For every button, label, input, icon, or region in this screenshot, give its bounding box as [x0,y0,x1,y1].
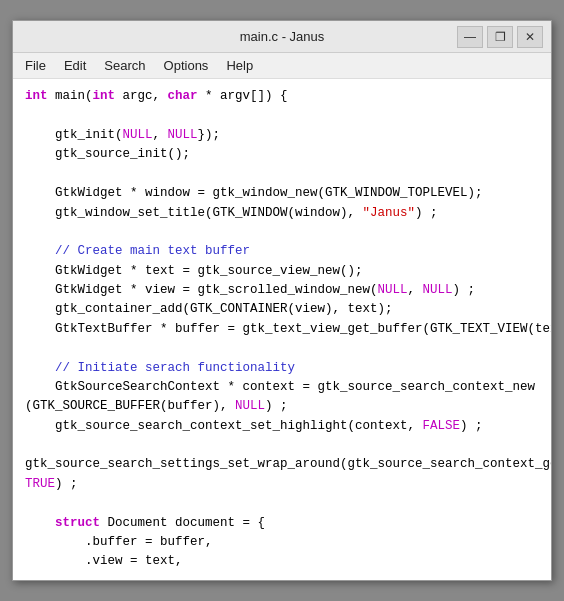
window-title: main.c - Janus [240,29,325,44]
code-null-val: NULL [235,399,265,413]
code-null-val: NULL [378,283,408,297]
code-line: struct Document document = { [25,514,539,533]
code-line: gtk_window_set_title(GTK_WINDOW(window),… [25,204,539,223]
code-line: gtk_source_search_context_set_highlight(… [25,417,539,436]
code-line: gtk_source_search_settings_set_wrap_arou… [25,455,539,474]
code-line: GtkWidget * text = gtk_source_view_new()… [25,262,539,281]
code-line [25,339,539,358]
code-text: ) ; [265,399,288,413]
code-line: (GTK_SOURCE_BUFFER(buffer), NULL) ; [25,397,539,416]
code-line: gtk_source_init(); [25,145,539,164]
menubar: FileEditSearchOptionsHelp [13,53,551,79]
code-text: Document document = { [100,516,265,530]
code-line: TRUE) ; [25,475,539,494]
code-text: GtkTextBuffer * buffer = gtk_text_view_g… [25,322,551,336]
code-text: ) ; [55,477,78,491]
code-text: .view = text, [25,554,183,568]
code-text: gtk_source_init(); [25,147,190,161]
code-null-val: NULL [168,128,198,142]
code-text: GtkWidget * window = gtk_window_new(GTK_… [25,186,483,200]
code-comment: // Create main text buffer [25,244,250,258]
titlebar: main.c - Janus — ❐ ✕ [13,21,551,53]
code-comment: // Initiate serach functionality [25,361,295,375]
code-line: int main(int argc, char * argv[]) { [25,87,539,106]
code-text: .buffer = buffer, [25,535,213,549]
code-line: .view = text, [25,552,539,571]
code-text: gtk_init( [25,128,123,142]
code-line [25,223,539,242]
code-kw: struct [55,516,100,530]
code-text: gtk_source_search_settings_set_wrap_arou… [25,457,551,471]
code-line: gtk_container_add(GTK_CONTAINER(view), t… [25,300,539,319]
code-text: , [153,128,168,142]
main-window: main.c - Janus — ❐ ✕ FileEditSearchOptio… [12,20,552,580]
code-text [25,516,55,530]
code-text: ) ; [453,283,476,297]
code-text: GtkWidget * text = gtk_source_view_new()… [25,264,363,278]
code-string-val: "Janus" [363,206,416,220]
code-kw: int [25,89,48,103]
code-text: ) ; [415,206,438,220]
code-line: GtkTextBuffer * buffer = gtk_text_view_g… [25,320,539,339]
code-text: gtk_container_add(GTK_CONTAINER(view), t… [25,302,393,316]
code-text: main( [48,89,93,103]
code-line [25,165,539,184]
code-line: .buffer = buffer, [25,533,539,552]
menu-item-help[interactable]: Help [218,55,261,76]
code-line: gtk_init(NULL, NULL}); [25,126,539,145]
code-null-val: NULL [423,283,453,297]
code-text: (GTK_SOURCE_BUFFER(buffer), [25,399,235,413]
code-text: ) ; [460,419,483,433]
menu-item-options[interactable]: Options [156,55,217,76]
code-true-val: TRUE [25,477,55,491]
maximize-button[interactable]: ❐ [487,26,513,48]
code-text: , [408,283,423,297]
code-line [25,494,539,513]
code-text: }); [198,128,221,142]
code-line [25,436,539,455]
code-kw: char [168,89,198,103]
code-text: gtk_source_search_context_set_highlight(… [25,419,423,433]
code-line: GtkWidget * view = gtk_scrolled_window_n… [25,281,539,300]
menu-item-search[interactable]: Search [96,55,153,76]
code-text: GtkSourceSearchContext * context = gtk_s… [25,380,535,394]
code-text: gtk_window_set_title(GTK_WINDOW(window), [25,206,363,220]
code-null-val: NULL [123,128,153,142]
code-editor[interactable]: int main(int argc, char * argv[]) { gtk_… [13,79,551,579]
code-text: GtkWidget * view = gtk_scrolled_window_n… [25,283,378,297]
close-button[interactable]: ✕ [517,26,543,48]
minimize-button[interactable]: — [457,26,483,48]
code-line: // Initiate serach functionality [25,359,539,378]
code-line: // Create main text buffer [25,242,539,261]
window-controls: — ❐ ✕ [457,26,543,48]
code-line: GtkWidget * window = gtk_window_new(GTK_… [25,184,539,203]
menu-item-edit[interactable]: Edit [56,55,94,76]
code-kw: int [93,89,116,103]
code-false-val: FALSE [423,419,461,433]
code-text: * argv[]) { [198,89,288,103]
code-text: argc, [115,89,168,103]
menu-item-file[interactable]: File [17,55,54,76]
code-line [25,107,539,126]
code-line: GtkSourceSearchContext * context = gtk_s… [25,378,539,397]
